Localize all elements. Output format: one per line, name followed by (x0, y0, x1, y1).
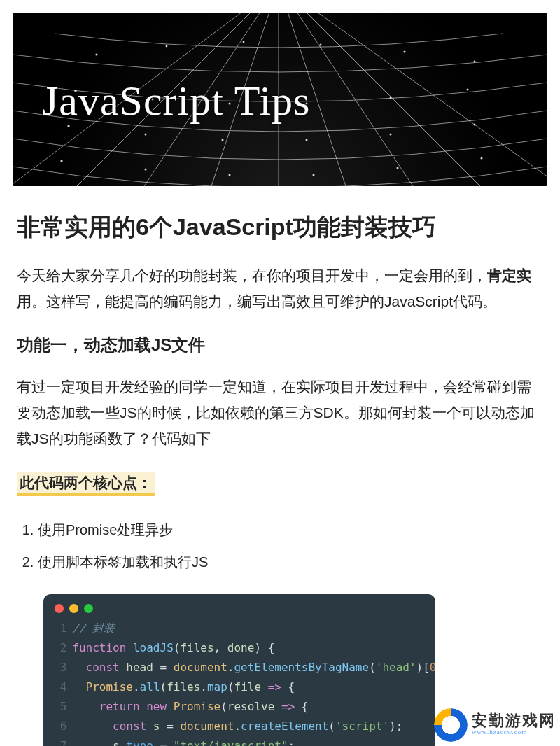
minimize-icon (69, 604, 78, 613)
code-block: 1 2 3 4 5 6 7 8 9 10 // 封装 function load… (43, 594, 435, 746)
intro-text-2: 。这样写，能提高的编码能力，编写出高效且可维护的JavaScript代码。 (31, 293, 497, 309)
hero-banner: JavaScript Tips (13, 13, 547, 186)
svg-point-32 (481, 157, 483, 160)
svg-point-29 (229, 174, 231, 176)
svg-point-12 (320, 44, 322, 46)
line-numbers: 1 2 3 4 5 6 7 8 9 10 (43, 619, 72, 746)
svg-point-13 (403, 50, 405, 52)
hero-title: JavaScript Tips (42, 77, 310, 125)
svg-point-25 (390, 134, 392, 136)
svg-point-24 (306, 139, 308, 141)
svg-point-22 (145, 134, 147, 136)
svg-point-23 (222, 139, 224, 141)
watermark-url: www.hzaccw.com (472, 729, 556, 737)
svg-point-31 (397, 167, 399, 169)
section-1-heading: 功能一，动态加载JS文件 (17, 334, 543, 356)
svg-point-9 (95, 53, 97, 55)
svg-point-28 (145, 169, 147, 171)
svg-point-14 (474, 61, 476, 63)
svg-point-26 (474, 124, 476, 126)
svg-point-11 (243, 41, 245, 43)
article-title: 非常实用的6个JavaScript功能封装技巧 (17, 211, 543, 244)
intro-paragraph: 今天给大家分享几个好的功能封装，在你的项目开发中，一定会用的到，肯定实用。这样写… (17, 263, 543, 315)
svg-point-19 (390, 97, 392, 99)
watermark-name: 安勤游戏网 (472, 713, 556, 729)
maximize-icon (84, 604, 93, 613)
code-content: // 封装 function loadJS(files, done) { con… (72, 619, 435, 746)
list-item: 使用脚本标签加载和执行JS (38, 551, 543, 573)
watermark-logo-icon (434, 708, 468, 742)
close-icon (55, 604, 64, 613)
section-1-body: 有过一定项目开发经验的同学一定知道，在实际项目开发过程中，会经常碰到需要动态加载… (17, 374, 543, 451)
key-points-list: 使用Promise处理异步 使用脚本标签加载和执行JS (17, 519, 543, 573)
watermark: 安勤游戏网 www.hzaccw.com (434, 708, 556, 742)
intro-text-1: 今天给大家分享几个好的功能封装，在你的项目开发中，一定会用的到， (17, 267, 487, 283)
svg-point-30 (313, 174, 315, 176)
highlight-callout: 此代码两个核心点： (17, 472, 155, 496)
window-controls (43, 594, 435, 619)
svg-point-27 (60, 160, 62, 162)
svg-point-10 (166, 45, 168, 48)
list-item: 使用Promise处理异步 (38, 519, 543, 541)
svg-line-8 (279, 13, 547, 186)
svg-point-20 (467, 89, 469, 91)
